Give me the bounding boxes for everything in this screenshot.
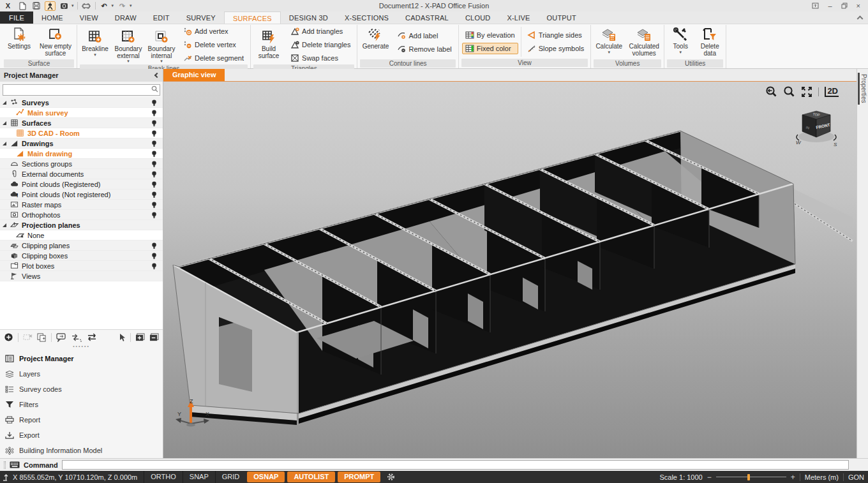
delete-icon[interactable] — [23, 333, 33, 341]
visibility-bulb-icon[interactable] — [151, 211, 157, 219]
visibility-bulb-icon[interactable] — [151, 181, 157, 189]
redo-dropdown-caret[interactable]: ▾ — [130, 3, 132, 8]
zoom-out-button[interactable]: − — [707, 473, 712, 482]
tab-surfaces[interactable]: SURFACES — [224, 11, 281, 24]
tree-item-sections-groups[interactable]: Sections groups — [0, 159, 163, 169]
scale-slider[interactable] — [716, 474, 786, 480]
delete-vertex-button[interactable]: Delete vertex — [180, 39, 247, 50]
visibility-bulb-icon[interactable] — [151, 191, 157, 199]
tab-design-3d[interactable]: DESIGN 3D — [281, 11, 336, 24]
zoom-extents-icon[interactable] — [801, 86, 812, 98]
delete-triangles-button[interactable]: Delete triangles — [287, 39, 354, 50]
boundary-internal-button[interactable]: Boundary internal ▾ — [145, 28, 178, 61]
tab-home[interactable]: HOME — [33, 11, 71, 24]
search-icon[interactable] — [151, 85, 158, 93]
tree-item-point-clouds-not-registered[interactable]: ! Point clouds (Not registered) — [0, 189, 163, 200]
triangle-sides-button[interactable]: Triangle sides — [524, 29, 588, 41]
tree-item-external-documents[interactable]: External documents — [0, 169, 163, 179]
visibility-bulb-icon[interactable] — [151, 109, 157, 117]
tab-x-sections[interactable]: X-SECTIONS — [336, 11, 397, 24]
expander-icon[interactable] — [2, 100, 8, 106]
expander-icon[interactable] — [2, 140, 8, 147]
graphic-viewport[interactable]: 2D TOP FRONT IN W S — [163, 82, 857, 458]
swap-faces-button[interactable]: Swap faces — [287, 52, 354, 64]
search-input[interactable] — [3, 84, 160, 96]
tree-item-clipping-boxes[interactable]: Clipping boxes — [0, 251, 163, 261]
tree-item-3d-cad-room[interactable]: 3D CAD - Room — [0, 128, 163, 138]
tab-cloud[interactable]: CLOUD — [457, 11, 499, 24]
redo-icon[interactable]: ↷ — [117, 1, 128, 11]
tab-properties[interactable]: Properties — [858, 73, 867, 105]
expander-icon[interactable] — [2, 222, 8, 228]
visibility-bulb-icon[interactable] — [151, 130, 157, 138]
tab-graphic-view[interactable]: Graphic view — [163, 69, 225, 81]
zoom-previous-icon[interactable] — [765, 85, 777, 98]
navigation-cube[interactable]: TOP FRONT IN W S — [793, 107, 840, 148]
remove-label-button[interactable]: Remove label — [394, 43, 454, 55]
instrument-icon[interactable] — [45, 1, 56, 11]
units-selector[interactable]: Meters (m) — [805, 473, 839, 481]
tree-item-main-survey[interactable]: Main survey — [0, 108, 163, 118]
tree-item-orthophotos[interactable]: Orthophotos — [0, 210, 163, 220]
calculate-button[interactable]: Calculate ▾ — [592, 26, 625, 59]
visibility-bulb-icon[interactable] — [151, 160, 157, 168]
tab-survey[interactable]: SURVEY — [178, 11, 224, 24]
pin-window-icon[interactable] — [812, 3, 819, 9]
boundary-external-button[interactable]: Boundary external ▾ — [112, 28, 145, 61]
tree-item-projection-planes[interactable]: Projection planes — [0, 220, 163, 230]
select-icon[interactable] — [118, 333, 126, 342]
toggle-snap[interactable]: SNAP — [183, 471, 215, 483]
visibility-bulb-icon[interactable] — [151, 170, 157, 179]
send-receive-icon[interactable] — [71, 333, 82, 342]
save-icon[interactable] — [31, 1, 41, 11]
toggle-grid[interactable]: GRID — [215, 471, 246, 483]
tree-item-surfaces[interactable]: Surfaces — [0, 118, 163, 128]
collapse-all-icon[interactable] — [149, 333, 159, 342]
tools-button[interactable]: Tools ▾ — [666, 26, 695, 59]
close-icon[interactable]: × — [857, 3, 860, 10]
delete-segment-button[interactable]: Delete segment — [180, 52, 247, 64]
tree-item-views[interactable]: Views — [0, 271, 163, 281]
nav-filters[interactable]: Filters — [0, 397, 163, 412]
fixed-color-button[interactable]: Fixed color — [462, 43, 518, 54]
build-surface-button[interactable]: Build surface — [252, 28, 285, 61]
scale-slider-thumb[interactable] — [747, 474, 750, 480]
nav-report[interactable]: Report — [0, 412, 163, 427]
toggle-autolist[interactable]: AUTOLIST — [287, 472, 335, 482]
refresh-bubble-icon[interactable] — [56, 333, 66, 342]
settings-button[interactable]: Settings — [3, 26, 36, 59]
tree-item-plot-boxes[interactable]: Plot boxes — [0, 261, 163, 271]
undo-icon[interactable]: ↶ — [99, 1, 110, 11]
nav-layers[interactable]: Layers — [0, 366, 163, 382]
minimize-icon[interactable]: – — [828, 3, 832, 10]
tree-item-drawings[interactable]: Drawings — [0, 138, 163, 149]
tab-x-live[interactable]: X-LIVE — [498, 11, 538, 24]
codes-icon[interactable] — [59, 1, 70, 11]
slope-symbols-button[interactable]: Slope symbols — [524, 43, 588, 54]
tab-output[interactable]: OUTPUT — [539, 11, 585, 24]
tab-cadastral[interactable]: CADASTRAL — [397, 11, 457, 24]
nav-survey-codes[interactable]: Survey codes — [0, 382, 163, 397]
view-2d-icon[interactable]: 2D — [825, 87, 839, 97]
add-icon[interactable] — [4, 332, 13, 342]
calculated-volumes-button[interactable]: Calculated volumes — [625, 26, 662, 59]
add-label-button[interactable]: Add label — [394, 30, 454, 41]
toggle-prompt[interactable]: PROMPT — [338, 472, 380, 482]
nav-bim[interactable]: Building Information Model — [0, 443, 163, 458]
loop-icon[interactable] — [87, 333, 97, 341]
nav-project-manager[interactable]: Project Manager — [0, 351, 163, 366]
tree-item-surveys[interactable]: Surveys — [0, 98, 163, 108]
delete-data-button[interactable]: Delete data — [695, 26, 724, 59]
visibility-bulb-icon[interactable] — [151, 262, 157, 271]
toggle-ortho[interactable]: ORTHO — [144, 471, 183, 483]
tree-item-main-drawing[interactable]: Main drawing — [0, 149, 163, 159]
page-setup-icon[interactable] — [81, 1, 92, 11]
duplicate-icon[interactable] — [37, 333, 47, 342]
angle-unit-selector[interactable]: GON — [848, 473, 864, 481]
command-input[interactable] — [62, 460, 849, 470]
nav-export[interactable]: Export — [0, 427, 163, 443]
visibility-bulb-icon[interactable] — [151, 252, 157, 260]
expander-icon[interactable] — [2, 120, 8, 126]
add-triangles-button[interactable]: Add triangles — [287, 26, 354, 37]
panel-splitter[interactable]: •••••• — [0, 345, 163, 350]
